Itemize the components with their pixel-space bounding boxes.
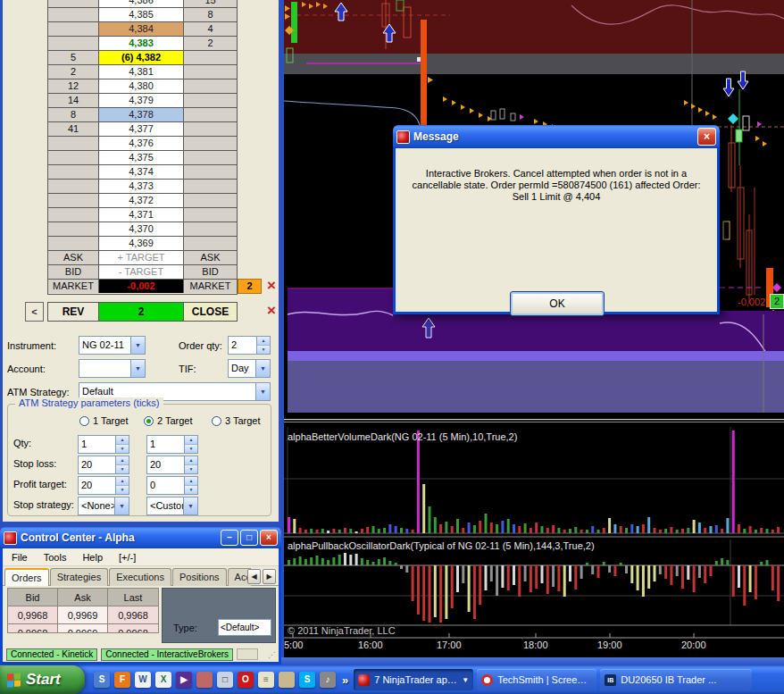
up-arrow-icon[interactable]: ▲ <box>185 436 197 445</box>
chevron-down-icon[interactable]: ▼ <box>183 498 197 514</box>
up-arrow-icon[interactable]: ▲ <box>185 477 197 486</box>
ladder-price-cell[interactable]: 4,383 <box>99 37 184 50</box>
ladder-ask-cell[interactable] <box>184 65 237 79</box>
resize-grip-icon[interactable]: ⋰ <box>268 650 277 659</box>
account-select[interactable]: ▼ <box>79 359 146 378</box>
snagit-icon[interactable]: S <box>94 672 110 688</box>
ladder-bid-cell[interactable] <box>48 222 99 236</box>
tab-scroll-right-button[interactable]: ▶ <box>263 569 276 584</box>
ladder-ask-cell[interactable] <box>184 108 237 121</box>
ladder-ask-cell[interactable] <box>184 194 237 207</box>
ladder-price-cell[interactable]: 4,369 <box>99 237 184 250</box>
type-select[interactable]: <Default> <box>218 619 271 636</box>
ladder-ask-cell[interactable]: ASK <box>184 251 237 264</box>
ladder-bid-cell[interactable] <box>48 151 99 164</box>
ladder-ask-cell[interactable]: 8 <box>184 8 237 21</box>
ladder-price-cell[interactable]: 4,375 <box>99 151 184 164</box>
tab-positions[interactable]: Positions <box>172 568 227 586</box>
tab-executions[interactable]: Executions <box>109 568 171 586</box>
radio-1-target[interactable]: 1 Target <box>79 415 129 426</box>
screen-capture-icon[interactable]: ▶ <box>176 672 192 688</box>
ladder-bid-cell[interactable]: BID <box>48 265 99 279</box>
maximize-button[interactable]: □ <box>240 530 258 546</box>
minimize-button[interactable]: – <box>221 530 238 546</box>
ladder-back-button[interactable]: < <box>25 302 44 322</box>
menu-item-file[interactable]: File <box>12 552 28 563</box>
ladder-bid-cell[interactable] <box>48 237 99 250</box>
taskbar-window-techsmith[interactable]: TechSmith | Screenca... <box>477 669 596 690</box>
ladder-ask-cell[interactable]: 4 <box>184 22 237 36</box>
stepper-arrows-icon[interactable]: ▲▼ <box>115 436 129 453</box>
cancel-order-icon[interactable]: × <box>264 279 279 293</box>
atm-value-stepper[interactable]: 20▲▼ <box>146 456 198 474</box>
up-arrow-icon[interactable]: ▲ <box>116 477 129 486</box>
taskbar-window-ib[interactable]: IBDU20650 IB Trader ... <box>600 669 752 690</box>
menu-item-help[interactable]: Help <box>82 552 103 563</box>
ladder-bid-cell[interactable] <box>48 137 99 150</box>
ladder-ask-cell[interactable] <box>184 51 237 64</box>
quicklaunch-overflow-icon[interactable]: » <box>342 673 348 687</box>
ladder-price-cell[interactable]: 4,376 <box>99 137 184 150</box>
chevron-down-icon[interactable]: ▼ <box>130 337 145 354</box>
ladder-ask-cell[interactable]: 2 <box>184 37 237 50</box>
chevron-down-icon[interactable]: ▼ <box>255 360 270 377</box>
cancel-all-icon[interactable]: × <box>264 304 279 318</box>
camtasia-icon[interactable]: □ <box>217 672 233 688</box>
tif-select[interactable]: Day▼ <box>228 359 271 378</box>
skype-icon[interactable]: S <box>299 672 315 688</box>
ladder-price-cell[interactable]: 4,377 <box>99 122 184 136</box>
ladder-bid-cell[interactable] <box>48 194 99 207</box>
atm-value-stepper[interactable]: 20▲▼ <box>78 456 129 474</box>
chevron-down-icon[interactable]: ▼ <box>114 498 129 514</box>
ladder-bid-cell[interactable] <box>48 208 99 222</box>
stepper-arrows-icon[interactable]: ▲▼ <box>184 456 197 473</box>
atm-value-stepper[interactable]: 1▲▼ <box>78 435 129 454</box>
menu-item-tools[interactable]: Tools <box>44 552 67 563</box>
down-arrow-icon[interactable]: ▼ <box>116 465 129 473</box>
ladder-price-cell[interactable]: 4,372 <box>99 194 184 207</box>
radio-3-target[interactable]: 3 Target <box>212 415 261 426</box>
ladder-market-cell[interactable]: MARKET <box>48 280 99 293</box>
ladder-bid-cell[interactable]: 8 <box>48 108 99 121</box>
ladder-price-cell[interactable]: 4,386 <box>99 0 184 7</box>
ladder-bid-cell[interactable]: 5 <box>48 51 99 64</box>
ladder-price-cell[interactable]: 4,381 <box>99 65 184 79</box>
taskbar-window-ninjatrader[interactable]: 7 NinjaTrader applic...▼ <box>354 669 473 690</box>
media-player-icon[interactable]: ♪ <box>320 672 336 688</box>
ladder-target-cell[interactable]: + TARGET <box>99 251 184 264</box>
ladder-ask-cell[interactable] <box>184 79 237 93</box>
down-arrow-icon[interactable]: ▼ <box>185 445 197 453</box>
order-qty-stepper[interactable]: 2 ▲▼ <box>228 336 271 355</box>
ladder-bid-cell[interactable] <box>48 22 99 36</box>
chart-window[interactable]: alphaBetterVolumeDark(NG 02-11 (5 Min),1… <box>284 0 784 665</box>
ladder-bid-cell[interactable]: BID <box>184 265 237 279</box>
up-arrow-icon[interactable]: ▲ <box>116 436 129 445</box>
ladder-price-cell[interactable]: 4,385 <box>99 8 184 21</box>
stepper-arrows-icon[interactable]: ▲▼ <box>256 337 270 354</box>
start-button[interactable]: Start <box>0 665 85 694</box>
ladder-target-cell[interactable]: - TARGET <box>99 265 184 279</box>
ladder-bid-cell[interactable] <box>48 165 99 179</box>
menu-item-[interactable]: [+/-] <box>119 552 136 563</box>
ladder-bid-cell[interactable] <box>48 37 99 50</box>
jing-icon[interactable] <box>196 672 213 688</box>
ladder-market-cell[interactable]: MARKET <box>184 280 237 293</box>
up-arrow-icon[interactable]: ▲ <box>116 456 129 465</box>
control-center-titlebar[interactable]: Control Center - Alpha – □ × <box>0 527 281 548</box>
ladder-ask-cell[interactable] <box>184 208 237 222</box>
ladder-price-cell[interactable]: (6) 4,382 <box>99 51 184 64</box>
excel-icon[interactable]: X <box>155 672 171 688</box>
reverse-button[interactable]: REV <box>48 303 99 321</box>
ladder-bid-cell[interactable] <box>48 0 99 7</box>
word-icon[interactable]: W <box>135 672 151 688</box>
ladder-ask-cell[interactable]: 15 <box>184 0 237 7</box>
chevron-down-icon[interactable]: ▼ <box>130 360 145 377</box>
radio-2-target[interactable]: 2 Target <box>144 415 193 426</box>
down-arrow-icon[interactable]: ▼ <box>185 465 197 473</box>
kinetick-connection-badge[interactable]: Connected - Kinetick <box>6 648 97 661</box>
ladder-bid-cell[interactable]: 2 <box>48 65 99 79</box>
tab-strategies[interactable]: Strategies <box>50 568 109 586</box>
stop-strategy-select[interactable]: <Custom▼ <box>146 497 198 515</box>
atm-value-stepper[interactable]: 20▲▼ <box>78 476 129 495</box>
down-arrow-icon[interactable]: ▼ <box>116 486 129 494</box>
